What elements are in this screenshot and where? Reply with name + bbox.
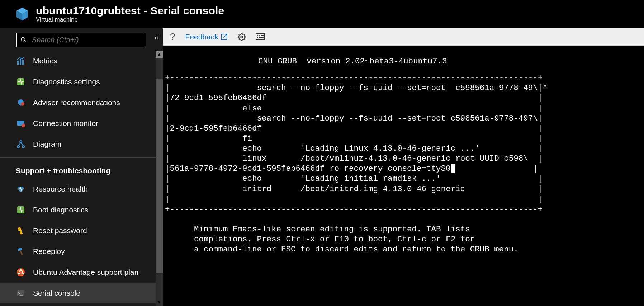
search-icon bbox=[20, 37, 27, 43]
svg-point-11 bbox=[22, 124, 25, 127]
sidebar-item-diagnostics-settings[interactable]: Diagnostics settings bbox=[0, 71, 163, 92]
sidebar-item-label: Advisor recommendations bbox=[33, 98, 120, 107]
terminal-line: | | bbox=[165, 194, 543, 204]
boot-diagnostics-icon bbox=[16, 205, 26, 215]
scroll-down-icon[interactable]: ▼ bbox=[156, 299, 163, 306]
hammer-icon bbox=[16, 246, 26, 256]
search-box[interactable] bbox=[16, 33, 146, 47]
terminal-line: | bbox=[455, 164, 538, 173]
heart-icon bbox=[16, 184, 26, 194]
svg-rect-38 bbox=[262, 37, 264, 38]
terminal-line: +---------------------------------------… bbox=[165, 73, 543, 83]
terminal-line: |72-9cd1-595feb6466df | bbox=[165, 93, 543, 103]
svg-line-16 bbox=[21, 143, 23, 146]
sidebar-item-boot-diagnostics[interactable]: Boot diagnostics bbox=[0, 199, 163, 220]
grub-title: GNU GRUB version 2.02~beta3-4ubuntu7.3 bbox=[165, 56, 642, 66]
sidebar-item-diagram[interactable]: Diagram bbox=[0, 134, 163, 155]
sidebar-item-label: Resource health bbox=[33, 185, 88, 193]
page-subtitle: Virtual machine bbox=[36, 16, 224, 23]
terminal-hint: Minimum Emacs-like screen editing is sup… bbox=[165, 225, 470, 234]
diagnostics-icon bbox=[16, 77, 26, 87]
feedback-link[interactable]: Feedback bbox=[185, 33, 227, 41]
page-header: ubuntu1710grubtest - Serial console Virt… bbox=[0, 0, 644, 28]
terminal-line: | search --no-floppy --fs-uuid --set=roo… bbox=[165, 83, 548, 93]
sidebar-item-metrics[interactable]: Metrics bbox=[0, 51, 163, 71]
terminal-hint: completions. Press Ctrl-x or F10 to boot… bbox=[165, 235, 475, 244]
terminal-cursor bbox=[451, 164, 456, 173]
sidebar-scrollbar[interactable]: ▲ ▼ bbox=[156, 51, 163, 306]
section-support-header: Support + troubleshooting bbox=[0, 157, 163, 179]
sidebar-item-advisor[interactable]: Advisor recommendations bbox=[0, 92, 163, 113]
svg-rect-34 bbox=[261, 35, 262, 36]
terminal-line: | else | bbox=[165, 104, 543, 113]
sidebar-item-label: Diagram bbox=[33, 140, 61, 149]
svg-point-27 bbox=[23, 273, 24, 274]
page-title: ubuntu1710grubtest - Serial console bbox=[36, 5, 224, 17]
terminal-hint: a command-line or ESC to discard edits a… bbox=[165, 245, 518, 254]
terminal-line: | search --no-floppy --fs-uuid --set=roo… bbox=[165, 114, 543, 123]
keyboard-button[interactable] bbox=[256, 33, 265, 41]
advisor-icon bbox=[16, 98, 26, 108]
svg-point-3 bbox=[21, 37, 25, 41]
key-icon bbox=[16, 226, 26, 236]
svg-text:>_: >_ bbox=[18, 291, 23, 296]
sidebar-item-ubuntu-advantage[interactable]: Ubuntu Advantage support plan bbox=[0, 262, 163, 283]
terminal-line: | echo 'Loading initial ramdisk ...' | bbox=[165, 174, 543, 183]
nav-list: Metrics Diagnostics settings Advisor rec… bbox=[0, 51, 163, 306]
svg-point-25 bbox=[20, 269, 22, 270]
toolbar: ? Feedback bbox=[163, 28, 644, 46]
svg-point-13 bbox=[17, 146, 19, 148]
sidebar-item-label: Boot diagnostics bbox=[33, 206, 88, 214]
help-button[interactable]: ? bbox=[170, 31, 175, 42]
metrics-icon bbox=[16, 56, 26, 66]
feedback-label: Feedback bbox=[185, 33, 218, 41]
svg-rect-35 bbox=[262, 35, 264, 36]
svg-rect-37 bbox=[259, 37, 262, 38]
sidebar-item-redeploy[interactable]: Redeploy bbox=[0, 241, 163, 262]
sidebar-item-connection-monitor[interactable]: Connection monitor bbox=[0, 113, 163, 134]
scroll-up-icon[interactable]: ▲ bbox=[156, 51, 163, 58]
sidebar: « Metrics Diagnostics settings bbox=[0, 28, 163, 306]
vm-cube-icon bbox=[15, 7, 29, 21]
terminal-line: | fi | bbox=[165, 134, 543, 143]
sidebar-item-label: Reset password bbox=[33, 226, 87, 235]
sidebar-item-label: Ubuntu Advantage support plan bbox=[33, 268, 138, 277]
serial-console-terminal[interactable]: GNU GRUB version 2.02~beta3-4ubuntu7.3+-… bbox=[163, 46, 644, 306]
svg-rect-7 bbox=[22, 60, 24, 65]
terminal-line: | linux /boot/vmlinuz-4.13.0-46-generic … bbox=[165, 154, 543, 163]
terminal-line: |2-9cd1-595feb6466df | bbox=[165, 124, 543, 133]
ubuntu-icon bbox=[16, 267, 26, 277]
keyboard-icon bbox=[256, 33, 265, 41]
sidebar-item-resource-health[interactable]: Resource health bbox=[0, 179, 163, 199]
svg-point-14 bbox=[22, 146, 24, 148]
svg-line-4 bbox=[24, 41, 26, 42]
sidebar-item-label: Serial console bbox=[33, 289, 80, 297]
svg-point-9 bbox=[21, 102, 24, 106]
settings-button[interactable] bbox=[238, 33, 246, 41]
terminal-line: +---------------------------------------… bbox=[165, 204, 543, 214]
main-panel: ? Feedback GNU GRUB version 2.02~beta3-4… bbox=[163, 28, 644, 306]
sidebar-item-label: Metrics bbox=[33, 57, 57, 65]
gear-icon bbox=[238, 33, 246, 41]
svg-rect-32 bbox=[257, 35, 258, 36]
sidebar-item-reset-password[interactable]: Reset password bbox=[0, 220, 163, 241]
svg-point-26 bbox=[18, 273, 19, 274]
svg-rect-36 bbox=[257, 37, 258, 38]
sidebar-item-label: Connection monitor bbox=[33, 119, 98, 128]
svg-rect-31 bbox=[256, 34, 265, 39]
terminal-line: | initrd /boot/initrd.img-4.13.0-46-gene… bbox=[165, 184, 543, 194]
svg-rect-33 bbox=[259, 35, 260, 36]
scroll-thumb[interactable] bbox=[156, 79, 163, 273]
connection-monitor-icon bbox=[16, 118, 26, 128]
svg-rect-6 bbox=[20, 59, 21, 65]
search-input[interactable] bbox=[32, 36, 142, 44]
diagram-icon bbox=[16, 139, 26, 149]
svg-rect-5 bbox=[17, 61, 19, 65]
terminal-icon: >_ bbox=[16, 288, 26, 298]
sidebar-item-label: Redeploy bbox=[33, 247, 65, 256]
external-link-icon bbox=[221, 33, 228, 41]
terminal-line: |561a-9778-4972-9cd1-595feb6466df ro rec… bbox=[165, 164, 451, 173]
sidebar-item-serial-console[interactable]: >_ Serial console bbox=[0, 283, 163, 303]
svg-point-30 bbox=[241, 36, 243, 38]
svg-line-15 bbox=[18, 143, 21, 146]
